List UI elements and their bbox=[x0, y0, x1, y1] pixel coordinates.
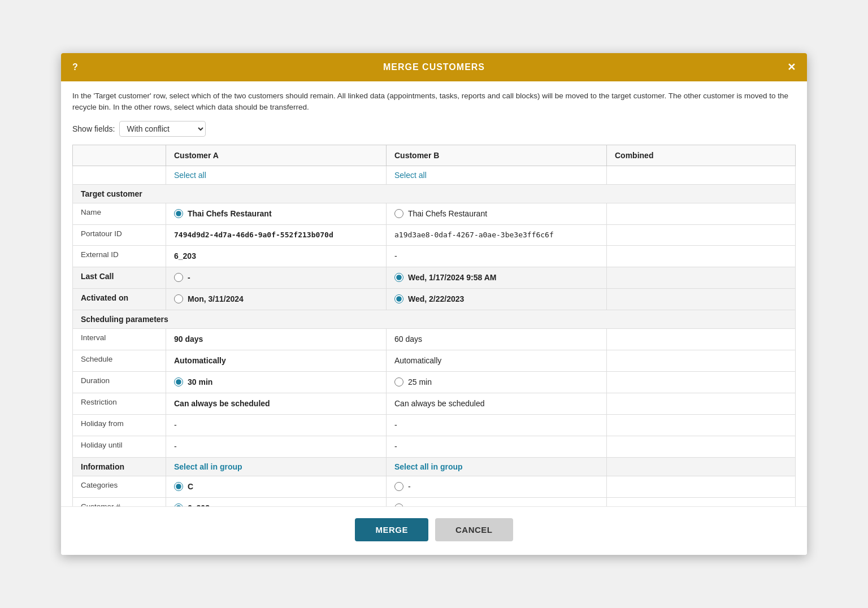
activated-on-row: Activated on Mon, 3/11/2024 Wed, 2/22/20… bbox=[73, 288, 796, 310]
interval-b-cell: 60 days bbox=[387, 328, 607, 350]
holiday-until-b-cell: - bbox=[387, 436, 607, 457]
duration-label: Duration bbox=[73, 371, 166, 393]
name-b-radio-cell: Thai Chefs Restaurant bbox=[394, 208, 598, 220]
modal-footer: MERGE CANCEL bbox=[61, 506, 807, 555]
duration-row: Duration 30 min 25 min bbox=[73, 371, 796, 393]
categories-a-radio-cell: C bbox=[174, 481, 378, 493]
customer-num-combined-cell bbox=[607, 497, 796, 506]
show-fields-select[interactable]: With conflict All Without conflict bbox=[119, 121, 206, 137]
portatour-id-b-value: a19d3ae8-0daf-4267-a0ae-3be3e3ff6c6f bbox=[394, 231, 554, 239]
interval-label: Interval bbox=[73, 328, 166, 350]
modal-body: In the 'Target customer' row, select whi… bbox=[61, 81, 807, 507]
duration-b-value: 25 min bbox=[408, 376, 432, 388]
portatour-id-a-value: 7494d9d2-4d7a-46d6-9a0f-552f213b070d bbox=[174, 231, 333, 239]
activated-on-a-radio-cell: Mon, 3/11/2024 bbox=[174, 293, 378, 305]
scheduling-header: Scheduling parameters bbox=[73, 310, 796, 328]
customer-num-a-radio[interactable] bbox=[174, 503, 183, 507]
information-select-all-b-link[interactable]: Select all in group bbox=[394, 462, 463, 471]
customer-num-a-cell: 6_203 bbox=[166, 497, 387, 506]
categories-a-cell: C bbox=[166, 476, 387, 497]
last-call-b-radio[interactable] bbox=[394, 273, 403, 282]
description-text: In the 'Target customer' row, select whi… bbox=[72, 90, 796, 114]
restriction-combined-cell bbox=[607, 393, 796, 414]
target-customer-header-row: Target customer bbox=[73, 185, 796, 203]
last-call-b-radio-cell: Wed, 1/17/2024 9:58 AM bbox=[394, 272, 598, 284]
select-all-row: Select all Select all bbox=[73, 166, 796, 185]
portatour-id-b-cell: a19d3ae8-0daf-4267-a0ae-3be3e3ff6c6f bbox=[387, 225, 607, 246]
schedule-b-cell: Automatically bbox=[387, 350, 607, 371]
last-call-a-radio[interactable] bbox=[174, 273, 183, 282]
last-call-row: Last Call - Wed, 1/17/2024 9:58 AM bbox=[73, 267, 796, 288]
categories-a-radio[interactable] bbox=[174, 482, 183, 491]
holiday-until-b-value: - bbox=[394, 442, 397, 451]
information-combined-cell bbox=[607, 457, 796, 476]
restriction-a-value: Can always be scheduled bbox=[174, 399, 270, 408]
information-select-all-a-link[interactable]: Select all in group bbox=[174, 462, 242, 471]
activated-on-a-radio[interactable] bbox=[174, 294, 183, 303]
holiday-from-a-value: - bbox=[174, 420, 177, 429]
schedule-row: Schedule Automatically Automatically bbox=[73, 350, 796, 371]
activated-on-b-cell: Wed, 2/22/2023 bbox=[387, 288, 607, 310]
name-a-cell: Thai Chefs Restaurant bbox=[166, 203, 387, 225]
show-fields-label: Show fields: bbox=[72, 124, 115, 133]
modal-title: MERGE CUSTOMERS bbox=[86, 62, 782, 72]
external-id-label: External ID bbox=[73, 245, 166, 267]
last-call-a-value: - bbox=[188, 272, 190, 284]
last-call-b-cell: Wed, 1/17/2024 9:58 AM bbox=[387, 267, 607, 288]
col-header-customer-a: Customer A bbox=[166, 145, 387, 166]
duration-a-radio-cell: 30 min bbox=[174, 376, 378, 388]
duration-a-cell: 30 min bbox=[166, 371, 387, 393]
last-call-a-radio-cell: - bbox=[174, 272, 378, 284]
categories-label: Categories bbox=[73, 476, 166, 497]
last-call-combined-cell bbox=[607, 267, 796, 288]
name-b-radio[interactable] bbox=[394, 209, 403, 218]
target-customer-header: Target customer bbox=[73, 185, 796, 203]
restriction-a-cell: Can always be scheduled bbox=[166, 393, 387, 414]
portatour-id-combined-cell bbox=[607, 225, 796, 246]
activated-on-b-radio[interactable] bbox=[394, 294, 403, 303]
select-all-a-link[interactable]: Select all bbox=[174, 171, 206, 180]
name-a-radio[interactable] bbox=[174, 209, 183, 218]
select-all-b-link[interactable]: Select all bbox=[394, 171, 427, 180]
customer-num-b-radio[interactable] bbox=[394, 503, 403, 507]
categories-b-cell: - bbox=[387, 476, 607, 497]
customer-num-b-cell: - bbox=[387, 497, 607, 506]
name-row: Name Thai Chefs Restaurant Thai Chefs Re… bbox=[73, 203, 796, 225]
external-id-row: External ID 6_203 - bbox=[73, 245, 796, 267]
portatour-id-label: Portatour ID bbox=[73, 225, 166, 246]
categories-b-value: - bbox=[408, 481, 411, 493]
merge-customers-modal: ? MERGE CUSTOMERS ✕ In the 'Target custo… bbox=[61, 53, 807, 555]
scheduling-header-row: Scheduling parameters bbox=[73, 310, 796, 328]
name-a-value: Thai Chefs Restaurant bbox=[188, 208, 272, 220]
restriction-label: Restriction bbox=[73, 393, 166, 414]
external-id-a-value: 6_203 bbox=[174, 251, 196, 260]
duration-a-radio[interactable] bbox=[174, 377, 183, 386]
show-fields-row: Show fields: With conflict All Without c… bbox=[72, 121, 796, 137]
name-combined-cell bbox=[607, 203, 796, 225]
information-header-row: Information Select all in group Select a… bbox=[73, 457, 796, 476]
information-select-all-b-cell: Select all in group bbox=[387, 457, 607, 476]
activated-on-label: Activated on bbox=[73, 288, 166, 310]
restriction-row: Restriction Can always be scheduled Can … bbox=[73, 393, 796, 414]
duration-b-radio[interactable] bbox=[394, 377, 403, 386]
holiday-from-b-cell: - bbox=[387, 414, 607, 436]
customer-num-a-value: 6_203 bbox=[188, 502, 210, 507]
holiday-from-b-value: - bbox=[394, 420, 397, 429]
categories-b-radio-cell: - bbox=[394, 481, 598, 493]
categories-row: Categories C - bbox=[73, 476, 796, 497]
name-b-value: Thai Chefs Restaurant bbox=[408, 208, 487, 220]
holiday-until-row: Holiday until - - bbox=[73, 436, 796, 457]
close-icon[interactable]: ✕ bbox=[782, 61, 796, 73]
interval-a-cell: 90 days bbox=[166, 328, 387, 350]
select-all-b-cell: Select all bbox=[387, 166, 607, 185]
activated-on-b-value: Wed, 2/22/2023 bbox=[408, 293, 464, 305]
merge-button[interactable]: MERGE bbox=[355, 518, 428, 541]
duration-a-value: 30 min bbox=[188, 376, 212, 388]
help-icon[interactable]: ? bbox=[72, 62, 86, 72]
select-all-combined-cell bbox=[607, 166, 796, 185]
holiday-until-label: Holiday until bbox=[73, 436, 166, 457]
categories-a-value: C bbox=[188, 481, 193, 493]
external-id-a-cell: 6_203 bbox=[166, 245, 387, 267]
cancel-button[interactable]: CANCEL bbox=[435, 518, 513, 541]
categories-b-radio[interactable] bbox=[394, 482, 403, 491]
